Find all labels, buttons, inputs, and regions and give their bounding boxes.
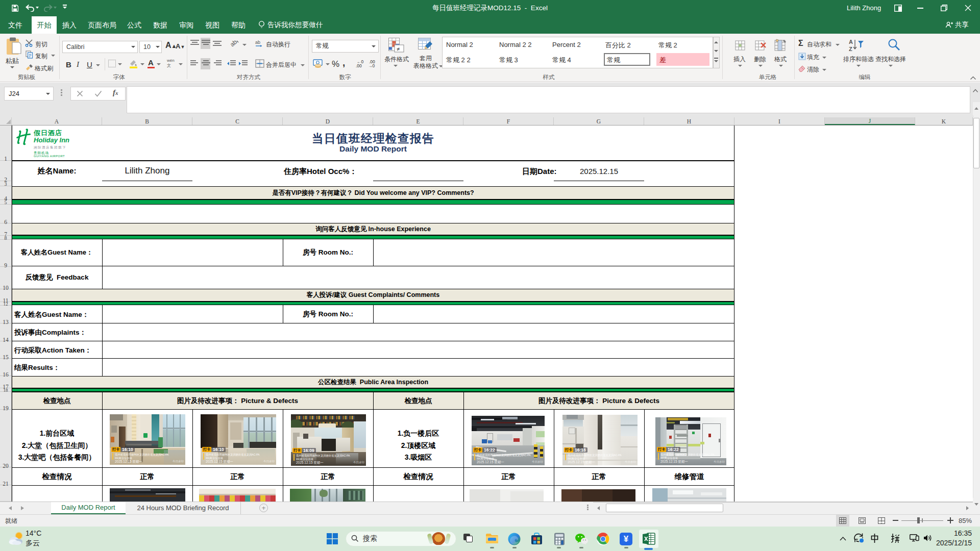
svg-text:←0: ←0: [357, 60, 364, 64]
svg-text:ab: ab: [255, 40, 260, 45]
svg-text:Z: Z: [849, 46, 852, 52]
svg-text:→0: →0: [368, 63, 375, 68]
svg-text:≠: ≠: [397, 46, 400, 52]
svg-text:A: A: [849, 39, 853, 45]
svg-text:ab: ab: [230, 39, 238, 48]
